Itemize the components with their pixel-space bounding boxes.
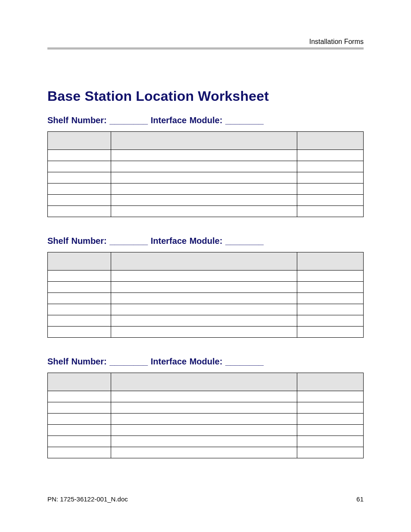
table-cell[interactable] [297, 150, 364, 161]
table-cell[interactable] [48, 447, 111, 458]
table-cell[interactable] [297, 293, 364, 304]
table-cell[interactable] [297, 172, 364, 184]
table-header-cell [297, 373, 364, 391]
table-cell[interactable] [48, 327, 111, 338]
table-row [48, 271, 364, 282]
section-label-3: Shelf Number: ________ Interface Module:… [47, 357, 364, 367]
table-cell[interactable] [111, 172, 297, 184]
table-row [48, 436, 364, 447]
table-cell[interactable] [297, 425, 364, 436]
table-cell[interactable] [48, 172, 111, 184]
footer-page: 61 [356, 495, 364, 503]
table-cell[interactable] [111, 391, 297, 402]
table-row [48, 150, 364, 161]
table-row [48, 206, 364, 217]
table-cell[interactable] [111, 447, 297, 458]
table-row [48, 184, 364, 195]
table-cell[interactable] [111, 327, 297, 338]
table-row [48, 402, 364, 414]
table-cell[interactable] [297, 315, 364, 327]
table-row [48, 425, 364, 436]
table-cell[interactable] [111, 150, 297, 161]
table-header-cell [111, 373, 297, 391]
table-cell[interactable] [111, 206, 297, 217]
table-cell[interactable] [48, 293, 111, 304]
table-row [48, 161, 364, 172]
table-row [48, 391, 364, 402]
table-row [48, 195, 364, 206]
table-cell[interactable] [48, 391, 111, 402]
footer-pn: PN: 1725-36122-001_N.doc [47, 495, 128, 503]
table-cell[interactable] [111, 271, 297, 282]
table-header-cell [297, 132, 364, 150]
table-cell[interactable] [48, 425, 111, 436]
table-cell[interactable] [48, 150, 111, 161]
table-header-cell [111, 132, 297, 150]
table-row [48, 293, 364, 304]
table-cell[interactable] [111, 282, 297, 293]
table-header-cell [48, 252, 111, 271]
table-cell[interactable] [111, 436, 297, 447]
table-header-cell [111, 252, 297, 271]
table-cell[interactable] [297, 195, 364, 206]
table-row [48, 172, 364, 184]
table-cell[interactable] [111, 304, 297, 315]
table-cell[interactable] [48, 195, 111, 206]
table-cell[interactable] [297, 436, 364, 447]
table-cell[interactable] [297, 402, 364, 414]
table-cell[interactable] [111, 414, 297, 425]
table-row [48, 447, 364, 458]
table-cell[interactable] [48, 184, 111, 195]
table-cell[interactable] [48, 402, 111, 414]
header-rule [47, 47, 364, 50]
table-cell[interactable] [48, 436, 111, 447]
page: Installation Forms Base Station Location… [0, 0, 411, 532]
table-cell[interactable] [297, 206, 364, 217]
table-row [48, 282, 364, 293]
table-cell[interactable] [48, 271, 111, 282]
table-cell[interactable] [48, 282, 111, 293]
table-cell[interactable] [48, 304, 111, 315]
worksheet-table-2 [47, 252, 364, 338]
table-cell[interactable] [48, 315, 111, 327]
table-cell[interactable] [111, 195, 297, 206]
table-row [48, 414, 364, 425]
table-cell[interactable] [297, 271, 364, 282]
section-label-2: Shelf Number: ________ Interface Module:… [47, 236, 364, 246]
page-title: Base Station Location Worksheet [47, 88, 364, 104]
table-cell[interactable] [297, 161, 364, 172]
table-cell[interactable] [297, 327, 364, 338]
table-cell[interactable] [111, 425, 297, 436]
worksheet-table-1 [47, 131, 364, 217]
table-header-row [48, 132, 364, 150]
table-cell[interactable] [297, 282, 364, 293]
footer: PN: 1725-36122-001_N.doc 61 [47, 495, 364, 503]
table-cell[interactable] [48, 414, 111, 425]
table-row [48, 315, 364, 327]
worksheet-table-3 [47, 373, 364, 458]
table-cell[interactable] [297, 304, 364, 315]
table-row [48, 327, 364, 338]
table-cell[interactable] [297, 391, 364, 402]
table-cell[interactable] [111, 402, 297, 414]
table-header-cell [48, 373, 111, 391]
table-cell[interactable] [111, 184, 297, 195]
section-label-1: Shelf Number: ________ Interface Module:… [47, 115, 364, 125]
table-cell[interactable] [111, 293, 297, 304]
table-cell[interactable] [297, 414, 364, 425]
table-cell[interactable] [48, 206, 111, 217]
table-header-row [48, 252, 364, 271]
table-cell[interactable] [111, 315, 297, 327]
table-cell[interactable] [111, 161, 297, 172]
table-cell[interactable] [297, 184, 364, 195]
table-header-row [48, 373, 364, 391]
table-header-cell [48, 132, 111, 150]
header-label: Installation Forms [47, 38, 364, 46]
table-row [48, 304, 364, 315]
table-cell[interactable] [48, 161, 111, 172]
table-header-cell [297, 252, 364, 271]
table-cell[interactable] [297, 447, 364, 458]
